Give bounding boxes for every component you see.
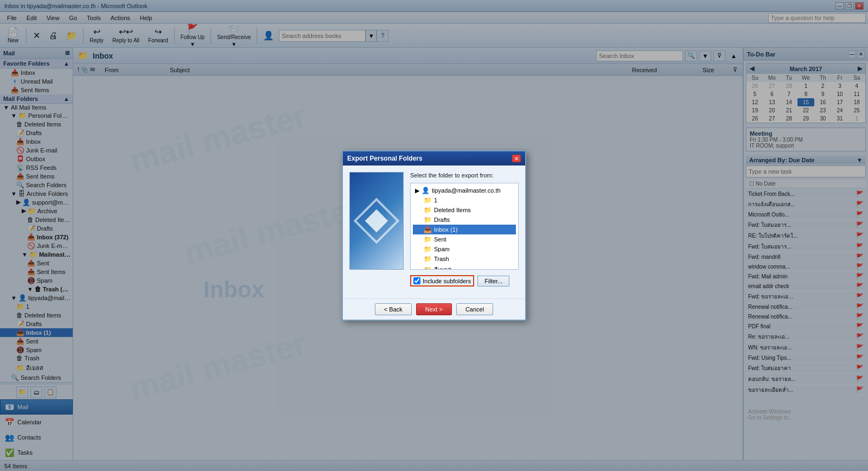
modal-tree-item-trash[interactable]: 📁 Trash <box>413 254 516 264</box>
modal-tree-item-1[interactable]: 📁 1 <box>413 195 516 205</box>
modal-footer: < Back Next > Cancel <box>343 298 525 320</box>
modal-title-text: Export Personal Folders <box>347 155 423 162</box>
modal-folder-trash-icon: 📁 <box>424 255 432 263</box>
modal-instruction: Select the folder to export from: <box>410 172 519 179</box>
modal-folder-1-icon: 📁 <box>424 196 432 204</box>
modal-content-row: Select the folder to export from: ▶ 👤 ti… <box>349 172 519 292</box>
modal-folder-drafts-icon: 📁 <box>424 216 432 224</box>
modal-title-bar: Export Personal Folders ✕ <box>343 151 525 166</box>
cancel-button[interactable]: Cancel <box>456 303 493 315</box>
modal-tree-item-spam[interactable]: 📁 Spam <box>413 244 516 254</box>
modal-folder-tree[interactable]: ▶ 👤 tipyada@mailmaster.co.th 📁 1 📁 Delet… <box>410 183 519 270</box>
filter-button[interactable]: Filter... <box>477 276 509 287</box>
outlook-logo <box>355 199 398 243</box>
modal-tree-item-thai[interactable]: 📁 อีเมลส <box>413 264 516 270</box>
modal-folder-thai-icon: 📁 <box>424 266 432 270</box>
next-button[interactable]: Next > <box>416 303 452 315</box>
include-subfolders-checkbox[interactable] <box>413 277 420 284</box>
modal-tree-item-deleted[interactable]: 📁 Deleted Items <box>413 205 516 215</box>
modal-tree-item-inbox[interactable]: 📥 Inbox (1) <box>413 225 516 234</box>
export-personal-folders-modal: Export Personal Folders ✕ Select the fol… <box>342 150 526 321</box>
modal-overlay: Export Personal Folders ✕ Select the fol… <box>0 0 868 471</box>
back-button[interactable]: < Back <box>375 303 412 315</box>
modal-close-button[interactable]: ✕ <box>512 155 521 162</box>
modal-checkbox-row: Include subfolders Filter... <box>410 275 519 287</box>
modal-folder-del-icon: 📁 <box>424 206 432 214</box>
modal-right-content: Select the folder to export from: ▶ 👤 ti… <box>410 172 519 292</box>
modal-folder-sent-icon: 📁 <box>424 236 432 243</box>
include-subfolders-label: Include subfolders <box>423 278 471 284</box>
modal-tree-item-sent[interactable]: 📁 Sent <box>413 234 516 244</box>
modal-account-expand-icon: ▶ <box>415 187 419 194</box>
modal-logo-graphic <box>349 172 404 270</box>
modal-tree-item-drafts[interactable]: 📁 Drafts <box>413 215 516 225</box>
modal-body: Select the folder to export from: ▶ 👤 ti… <box>343 166 525 298</box>
modal-folder-spam-icon: 📁 <box>424 245 432 253</box>
modal-acct-folder-icon: 👤 <box>422 187 430 194</box>
include-subfolders-wrapper: Include subfolders <box>410 275 474 287</box>
modal-tree-account[interactable]: ▶ 👤 tipyada@mailmaster.co.th <box>413 186 516 195</box>
